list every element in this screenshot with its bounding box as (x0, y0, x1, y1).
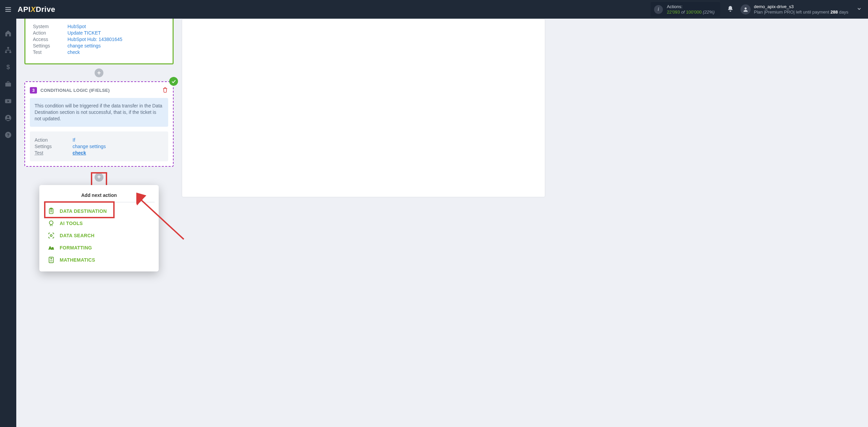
data-destination-card: SystemHubSpot ActionUpdate TICKET Access… (24, 19, 174, 64)
value-system[interactable]: HubSpot (67, 24, 86, 29)
logo[interactable]: APIXDrive (18, 5, 55, 14)
user-menu-toggle[interactable] (856, 6, 862, 13)
conditional-card: 3 CONDITIONAL LOGIC (IF/ELSE) This condi… (24, 81, 174, 167)
menu-item-mathematics[interactable]: MATHEMATICS (45, 254, 153, 266)
add-action-menu: Add next action DATA DESTINATION AI TOOL… (39, 185, 159, 271)
menu-label-math: MATHEMATICS (60, 257, 95, 263)
top-bar: APIXDrive i Actions: 22'093 of 100'000 (… (0, 0, 868, 19)
text-aa-icon: Aa (47, 244, 55, 251)
label-action: Action (33, 30, 57, 36)
svg-rect-5 (5, 52, 7, 53)
svg-point-19 (50, 221, 53, 224)
label-system: System (33, 24, 57, 29)
notifications-button[interactable] (727, 5, 734, 13)
actions-of: of (681, 9, 685, 15)
bell-icon (727, 5, 734, 12)
add-step-button[interactable]: + (95, 68, 103, 77)
menu-label-dd: DATA DESTINATION (60, 208, 107, 214)
conditional-title: CONDITIONAL LOGIC (IF/ELSE) (40, 88, 110, 93)
menu-item-data-search[interactable]: DATA SEARCH (45, 229, 153, 242)
svg-rect-8 (5, 83, 11, 86)
logo-drive: Drive (36, 5, 55, 14)
info-icon: i (654, 5, 663, 14)
account-icon[interactable] (4, 114, 12, 122)
cond-link-change-settings[interactable]: change settings (73, 144, 106, 149)
value-action[interactable]: Update TICKET (67, 30, 101, 36)
user-name: demo_apix-drive_s3 (754, 4, 848, 9)
actions-counter[interactable]: i Actions: 22'093 of 100'000 (22%) (651, 2, 720, 17)
menu-item-ai-tools[interactable]: AI TOOLS (45, 217, 153, 229)
svg-text:$: $ (6, 63, 10, 70)
brain-icon (47, 220, 55, 227)
actions-pct: (22%) (703, 9, 715, 15)
user-menu[interactable]: demo_apix-drive_s3 Plan |Premium PRO| le… (741, 4, 848, 15)
menu-label-ai: AI TOOLS (60, 221, 83, 226)
calculator-icon (47, 256, 55, 264)
svg-text:Aa: Aa (49, 246, 54, 250)
briefcase-icon[interactable] (4, 80, 12, 88)
svg-point-3 (745, 7, 747, 9)
cond-label-settings: Settings (35, 144, 62, 149)
user-plan: Plan |Premium PRO| left until payment 28… (754, 9, 848, 15)
check-icon (171, 79, 176, 84)
svg-point-12 (7, 116, 9, 118)
home-icon[interactable] (4, 29, 12, 37)
side-nav: $ ? (0, 19, 16, 427)
menu-label-fmt: FORMATTING (60, 245, 92, 250)
value-access[interactable]: HubSpot Hub: 143801645 (67, 37, 122, 42)
help-icon[interactable]: ? (4, 131, 12, 139)
link-check[interactable]: check (67, 49, 80, 55)
scan-icon (47, 232, 55, 239)
cond-label-test: Test (35, 150, 62, 156)
label-test: Test (33, 49, 57, 55)
menu-title: Add next action (45, 190, 153, 202)
avatar (741, 4, 751, 15)
sitemap-icon[interactable] (4, 46, 12, 54)
actions-label: Actions: (667, 4, 715, 9)
chevron-down-icon (856, 6, 862, 12)
conditional-info: This condition will be triggered if the … (30, 98, 168, 127)
delete-step-button[interactable] (162, 87, 168, 94)
menu-separator (43, 202, 155, 202)
logo-x: X (31, 5, 36, 14)
trash-icon (162, 87, 168, 93)
logo-api: API (18, 5, 31, 14)
clipboard-icon (47, 207, 55, 215)
status-ok-badge (169, 77, 178, 86)
actions-max: 100'000 (686, 9, 702, 15)
menu-toggle[interactable] (0, 6, 16, 13)
dollar-icon[interactable]: $ (4, 63, 12, 71)
label-access: Access (33, 37, 57, 42)
menu-label-ds: DATA SEARCH (60, 233, 95, 238)
svg-point-20 (50, 235, 52, 237)
menu-item-formatting[interactable]: Aa FORMATTING (45, 242, 153, 254)
step-number-badge: 3 (30, 87, 37, 94)
actions-current: 22'093 (667, 9, 680, 15)
svg-text:?: ? (7, 133, 9, 138)
svg-rect-4 (7, 47, 9, 49)
add-next-action-button[interactable]: + (95, 173, 103, 182)
hamburger-icon (4, 6, 12, 13)
cond-link-check[interactable]: check (73, 150, 86, 156)
youtube-icon[interactable] (4, 97, 12, 105)
conditional-actions: ActionIf Settingschange settings Testche… (30, 131, 168, 161)
user-icon (743, 6, 749, 13)
label-settings: Settings (33, 43, 57, 48)
cond-value-action[interactable]: If (73, 137, 75, 143)
cond-label-action: Action (35, 137, 62, 143)
main-content-panel (182, 19, 545, 197)
link-change-settings[interactable]: change settings (67, 43, 101, 48)
menu-item-data-destination[interactable]: DATA DESTINATION (45, 205, 153, 217)
svg-rect-6 (9, 52, 11, 53)
